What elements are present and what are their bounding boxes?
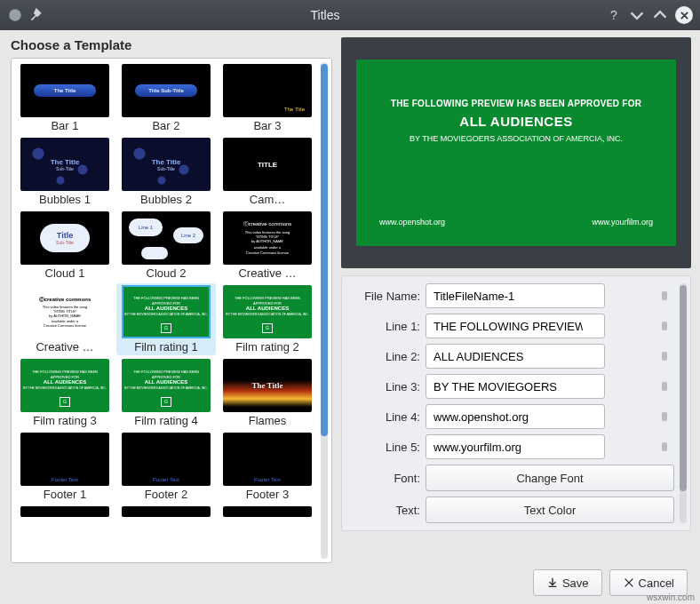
line5-field[interactable] xyxy=(426,434,605,459)
template-label: Footer 3 xyxy=(246,488,289,501)
template-item-bar1[interactable]: The TitleBar 1 xyxy=(15,62,115,134)
template-item-more[interactable] xyxy=(218,505,317,519)
template-item-ft1[interactable]: Footer TextFooter 1 xyxy=(15,431,115,503)
template-item-cld2[interactable]: Line 1Line 2Cloud 2 xyxy=(116,210,216,282)
cancel-icon xyxy=(623,576,635,589)
preview-line2: ALL AUDIENCES xyxy=(459,114,572,129)
template-label: Bar 3 xyxy=(253,119,281,132)
template-item-fr3[interactable]: THE FOLLOWING PREVIEW HAS BEEN APPROVED … xyxy=(15,357,115,429)
preview-canvas: THE FOLLOWING PREVIEW HAS BEEN APPROVED … xyxy=(356,60,676,246)
help-icon[interactable]: ? xyxy=(606,7,622,23)
template-list: The TitleBar 1Title Sub-TitleBar 2The Ti… xyxy=(11,58,332,563)
app-icon xyxy=(7,7,23,23)
template-item-more[interactable] xyxy=(15,505,115,519)
save-button-label: Save xyxy=(562,576,589,590)
line2-field[interactable] xyxy=(426,344,605,369)
template-label: Bar 1 xyxy=(51,119,78,132)
template-label: Creative … xyxy=(36,340,93,354)
line5-label: Line 5: xyxy=(349,441,420,454)
template-item-cc1[interactable]: Ⓒcreative commonsThis video features the… xyxy=(218,210,317,282)
minimize-icon[interactable] xyxy=(629,7,645,23)
template-label: Bubbles 1 xyxy=(39,193,91,206)
line3-label: Line 3: xyxy=(349,380,420,393)
watermark: wsxwin.com xyxy=(647,592,695,602)
preview-line1: THE FOLLOWING PREVIEW HAS BEEN APPROVED … xyxy=(391,99,642,108)
save-button[interactable]: Save xyxy=(533,569,602,596)
save-icon xyxy=(546,576,559,589)
template-label: Footer 1 xyxy=(44,488,86,501)
template-item-cc2[interactable]: Ⓒcreative commonsThis video features the… xyxy=(15,283,115,355)
line4-field[interactable] xyxy=(426,404,605,429)
template-item-bub2[interactable]: The TitleSub-TitleBubbles 2 xyxy=(116,136,216,208)
line1-label: Line 1: xyxy=(349,320,420,333)
template-label: Creative … xyxy=(238,266,296,280)
template-label: Cloud 2 xyxy=(147,266,187,280)
form-scrollbar[interactable] xyxy=(680,283,687,523)
template-scrollbar[interactable] xyxy=(321,62,328,559)
filename-field[interactable] xyxy=(426,283,605,308)
filename-label: File Name: xyxy=(349,290,420,303)
title-form: File Name: Line 1: Line 2: Line 3: Line … xyxy=(341,275,691,531)
preview-panel: THE FOLLOWING PREVIEW HAS BEEN APPROVED … xyxy=(341,37,691,268)
dialog-footer: Save Cancel xyxy=(0,563,700,602)
template-label: Film rating 4 xyxy=(134,414,198,427)
template-item-cld1[interactable]: TitleSub-TitleCloud 1 xyxy=(15,210,115,282)
window-title: Titles xyxy=(44,8,606,22)
svg-point-0 xyxy=(9,9,21,21)
font-label: Font: xyxy=(349,472,420,485)
template-label: Film rating 3 xyxy=(33,414,97,427)
preview-line3: BY THE MOVIEGOERS ASSOCIATION OF AMERCIA… xyxy=(410,134,623,143)
template-item-flm[interactable]: The TitleFlames xyxy=(218,357,317,429)
template-label: Flames xyxy=(249,414,287,427)
template-item-fr4[interactable]: THE FOLLOWING PREVIEW HAS BEEN APPROVED … xyxy=(116,357,216,429)
template-item-fr1[interactable]: THE FOLLOWING PREVIEW HAS BEEN APPROVED … xyxy=(116,283,216,355)
preview-url-right: www.yourfilm.org xyxy=(592,218,653,226)
maximize-icon[interactable] xyxy=(652,7,668,23)
template-item-bar3[interactable]: The TitleBar 3 xyxy=(218,62,317,134)
choose-template-heading: Choose a Template xyxy=(11,37,332,52)
template-item-ft2[interactable]: Footer TextFooter 2 xyxy=(116,431,216,503)
pin-icon[interactable] xyxy=(28,7,44,23)
template-label: Cam… xyxy=(250,193,285,206)
template-label: Film rating 2 xyxy=(235,340,299,354)
template-label: Film rating 1 xyxy=(134,340,198,354)
cancel-button-label: Cancel xyxy=(639,576,674,590)
text-color-button[interactable]: Text Color xyxy=(426,497,674,523)
window-titlebar: Titles ? xyxy=(0,0,700,30)
template-scroll-area[interactable]: The TitleBar 1Title Sub-TitleBar 2The Ti… xyxy=(12,59,321,562)
template-item-bar2[interactable]: Title Sub-TitleBar 2 xyxy=(116,62,216,134)
template-item-fr2[interactable]: THE FOLLOWING PREVIEW HAS BEEN APPROVED … xyxy=(218,283,317,355)
template-label: Bubbles 2 xyxy=(140,193,192,206)
preview-url-left: www.openshot.org xyxy=(379,218,445,226)
line4-label: Line 4: xyxy=(349,410,420,424)
text-label: Text: xyxy=(349,504,420,517)
template-item-bub1[interactable]: The TitleSub-TitleBubbles 1 xyxy=(15,136,115,208)
change-font-button[interactable]: Change Font xyxy=(426,465,674,491)
template-label: Footer 2 xyxy=(145,488,187,501)
template-item-more[interactable] xyxy=(116,505,216,519)
template-label: Bar 2 xyxy=(152,119,179,132)
line1-field[interactable] xyxy=(426,314,605,338)
line2-label: Line 2: xyxy=(349,350,420,363)
template-item-cam[interactable]: TITLECam… xyxy=(218,136,317,208)
line3-field[interactable] xyxy=(426,374,605,399)
template-label: Cloud 1 xyxy=(45,266,85,280)
close-icon[interactable] xyxy=(675,6,693,24)
template-item-ft3[interactable]: Footer TextFooter 3 xyxy=(218,431,317,503)
